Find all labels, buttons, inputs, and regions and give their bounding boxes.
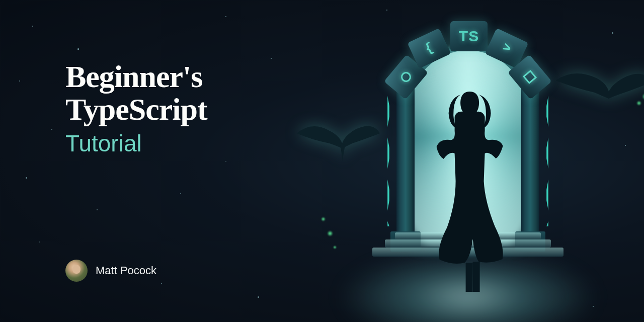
author-avatar — [65, 260, 88, 282]
title-line-2: TypeScript — [65, 93, 207, 126]
bird-right-icon — [553, 65, 644, 123]
subtitle: Tutorial — [65, 130, 207, 157]
author-block: Matt Pocock — [65, 260, 156, 282]
svg-rect-0 — [466, 263, 473, 292]
hero-text-block: Beginner's TypeScript Tutorial — [65, 60, 207, 157]
author-name: Matt Pocock — [96, 264, 156, 277]
keystone-ts-badge: TS — [450, 21, 488, 51]
bird-left-icon — [292, 116, 382, 168]
silhouette-figure — [425, 86, 515, 297]
title-line-1: Beginner's — [65, 60, 207, 93]
portal-illustration: { TS > — [312, 0, 624, 322]
svg-rect-1 — [473, 262, 480, 292]
